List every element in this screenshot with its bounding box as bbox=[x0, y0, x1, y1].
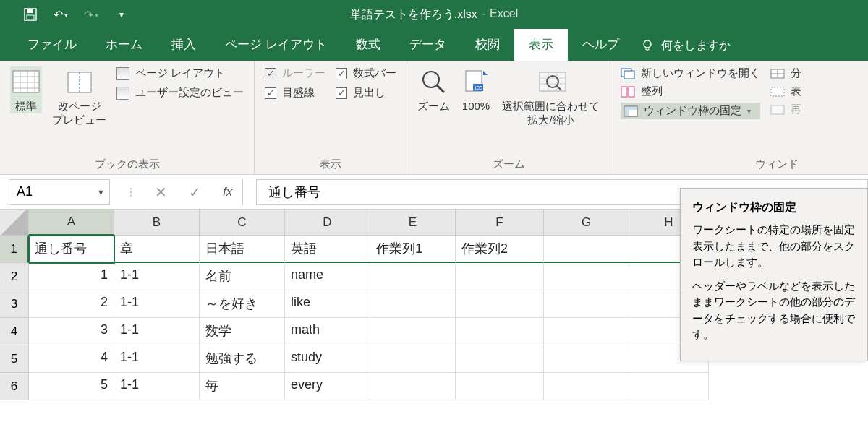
checkbox-icon bbox=[336, 68, 347, 79]
redo-icon[interactable]: ↷▾ bbox=[82, 6, 100, 23]
row-header[interactable]: 4 bbox=[0, 318, 29, 345]
cell[interactable] bbox=[544, 373, 629, 400]
cell[interactable] bbox=[544, 263, 629, 290]
cell[interactable] bbox=[370, 263, 456, 290]
cell[interactable]: 1-1 bbox=[114, 373, 200, 400]
cell[interactable]: 日本語 bbox=[200, 236, 285, 263]
row-header[interactable]: 2 bbox=[0, 263, 29, 290]
cell[interactable]: study bbox=[285, 345, 370, 373]
page-layout-button[interactable]: ページ レイアウト bbox=[116, 66, 244, 80]
unhide-button[interactable]: 再 bbox=[770, 103, 801, 116]
name-box[interactable]: A1 ▼ bbox=[9, 179, 110, 205]
column-header[interactable]: B bbox=[114, 210, 200, 236]
cell[interactable]: 名前 bbox=[200, 263, 285, 290]
cell[interactable]: 通し番号 bbox=[29, 236, 114, 263]
row-header[interactable]: 5 bbox=[0, 345, 29, 373]
cell[interactable]: 毎 bbox=[200, 373, 285, 400]
cell[interactable]: 1-1 bbox=[114, 318, 200, 345]
zoom-selection-button[interactable]: 選択範囲に合わせて 拡大/縮小 bbox=[502, 66, 600, 127]
new-window-button[interactable]: 新しいウィンドウを開く bbox=[621, 66, 760, 80]
cell[interactable] bbox=[456, 373, 544, 400]
cell[interactable] bbox=[370, 318, 456, 345]
cell[interactable]: 作業列1 bbox=[370, 236, 456, 263]
column-header[interactable]: D bbox=[285, 210, 370, 236]
cell[interactable] bbox=[370, 290, 456, 318]
cell[interactable]: 英語 bbox=[285, 236, 370, 263]
tell-me[interactable]: 何をしますか bbox=[641, 29, 731, 61]
formulabar-checkbox[interactable]: 数式バー bbox=[336, 66, 396, 80]
tab-help[interactable]: ヘルプ bbox=[568, 29, 634, 61]
cell[interactable] bbox=[456, 263, 544, 290]
cell[interactable]: name bbox=[285, 263, 370, 290]
cell[interactable]: 3 bbox=[29, 318, 114, 345]
zoom-button[interactable]: ズーム bbox=[417, 66, 450, 113]
cell[interactable] bbox=[456, 290, 544, 318]
cell[interactable] bbox=[544, 290, 629, 318]
freeze-panes-button[interactable]: ウィンドウ枠の固定 ▾ bbox=[621, 103, 760, 119]
enter-icon[interactable]: ✓ bbox=[189, 184, 201, 201]
tab-file[interactable]: ファイル bbox=[13, 29, 91, 61]
cell[interactable]: 章 bbox=[114, 236, 200, 263]
ruler-checkbox[interactable]: ルーラー bbox=[265, 66, 326, 80]
cell[interactable] bbox=[456, 318, 544, 345]
tab-data[interactable]: データ bbox=[395, 29, 461, 61]
gridlines-checkbox[interactable]: 目盛線 bbox=[265, 86, 326, 100]
column-header[interactable]: C bbox=[200, 210, 285, 236]
tab-home[interactable]: ホーム bbox=[91, 29, 157, 61]
cell[interactable]: 5 bbox=[29, 373, 114, 400]
group-zoom: ズーム 100 100% 選択範囲に合わせて 拡大/縮小 ズーム bbox=[407, 61, 610, 174]
cell[interactable] bbox=[544, 318, 629, 345]
cancel-icon[interactable]: ✕ bbox=[155, 184, 167, 201]
cell[interactable]: ～を好き bbox=[200, 290, 285, 318]
tab-insert[interactable]: 挿入 bbox=[157, 29, 210, 61]
qat-customize-icon[interactable]: ▾ bbox=[113, 6, 130, 23]
cell[interactable]: 作業列2 bbox=[456, 236, 544, 263]
save-icon[interactable] bbox=[22, 6, 39, 23]
ribbon: 標準 改ページ プレビュー ページ レイアウト ユーザー設定のビュー ブックの表… bbox=[0, 61, 868, 175]
hide-button[interactable]: 表 bbox=[770, 85, 801, 98]
row-header[interactable]: 6 bbox=[0, 373, 29, 400]
cell[interactable]: 勉強する bbox=[200, 345, 285, 373]
tab-view[interactable]: 表示 bbox=[514, 29, 568, 61]
cell[interactable]: 1-1 bbox=[114, 290, 200, 318]
custom-views-button[interactable]: ユーザー設定のビュー bbox=[116, 86, 244, 100]
cell[interactable]: 1-1 bbox=[114, 263, 200, 290]
cell[interactable]: 2 bbox=[29, 290, 114, 318]
cell[interactable]: like bbox=[285, 290, 370, 318]
cell[interactable]: every bbox=[285, 373, 370, 400]
svg-point-13 bbox=[423, 72, 439, 87]
cell[interactable]: 1-1 bbox=[114, 345, 200, 373]
pagebreak-preview-button[interactable]: 改ページ プレビュー bbox=[52, 66, 106, 127]
column-header[interactable]: A bbox=[29, 210, 114, 236]
row-header[interactable]: 1 bbox=[0, 236, 29, 263]
chevron-down-icon: ▾ bbox=[747, 107, 751, 115]
unhide-icon bbox=[770, 105, 785, 115]
cell[interactable] bbox=[544, 236, 629, 263]
fx-icon[interactable]: fx bbox=[223, 185, 232, 199]
normal-view-button[interactable]: 標準 bbox=[10, 66, 42, 113]
cell[interactable] bbox=[370, 373, 456, 400]
column-header[interactable]: F bbox=[456, 210, 544, 236]
undo-icon[interactable]: ↶▾ bbox=[52, 6, 69, 23]
column-header[interactable]: E bbox=[370, 210, 456, 236]
tab-formulas[interactable]: 数式 bbox=[341, 29, 395, 61]
cell[interactable] bbox=[456, 345, 544, 373]
tab-pagelayout[interactable]: ページ レイアウト bbox=[210, 29, 341, 61]
select-all-triangle[interactable] bbox=[0, 210, 29, 236]
row-header[interactable]: 3 bbox=[0, 290, 29, 318]
freeze-panes-icon bbox=[624, 105, 638, 117]
chevron-down-icon[interactable]: ▼ bbox=[97, 188, 105, 197]
cell[interactable] bbox=[544, 345, 629, 373]
cell[interactable]: 数学 bbox=[200, 318, 285, 345]
cell[interactable]: 4 bbox=[29, 345, 114, 373]
cell[interactable] bbox=[370, 345, 456, 373]
cell[interactable]: 1 bbox=[29, 263, 114, 290]
zoom-100-button[interactable]: 100 100% bbox=[460, 66, 492, 112]
cell[interactable] bbox=[629, 373, 709, 400]
split-button[interactable]: 分 bbox=[770, 66, 801, 80]
tab-review[interactable]: 校閲 bbox=[461, 29, 514, 61]
headings-checkbox[interactable]: 見出し bbox=[336, 86, 396, 100]
arrange-all-button[interactable]: 整列 bbox=[621, 85, 760, 98]
column-header[interactable]: G bbox=[544, 210, 629, 236]
cell[interactable]: math bbox=[285, 318, 370, 345]
